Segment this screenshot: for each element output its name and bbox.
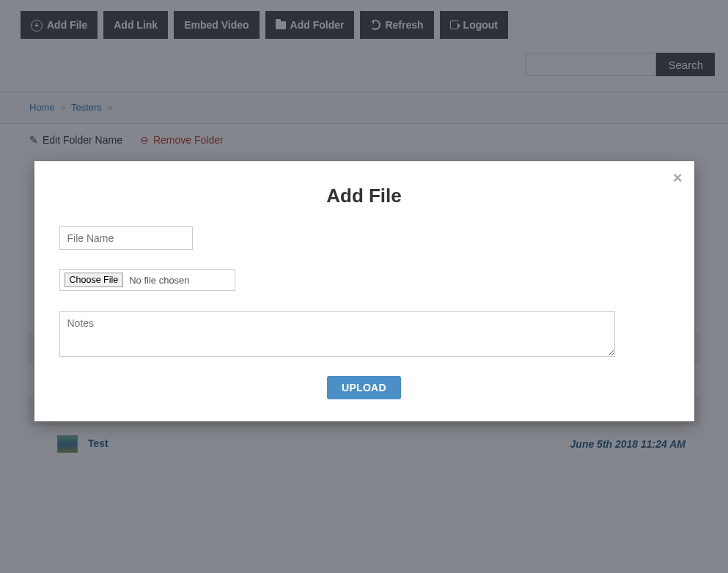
file-name-input[interactable] xyxy=(59,226,193,250)
file-chosen-status: No file chosen xyxy=(129,275,189,286)
choose-file-button[interactable]: Choose File xyxy=(65,273,124,287)
file-chooser[interactable]: Choose File No file chosen xyxy=(59,269,235,291)
modal-title: Add File xyxy=(59,185,669,207)
notes-textarea[interactable] xyxy=(59,311,615,357)
modal-close-button[interactable]: × xyxy=(673,169,683,188)
upload-button[interactable]: UPLOAD xyxy=(327,376,401,399)
add-file-modal: × Add File Choose File No file chosen UP… xyxy=(34,161,694,421)
